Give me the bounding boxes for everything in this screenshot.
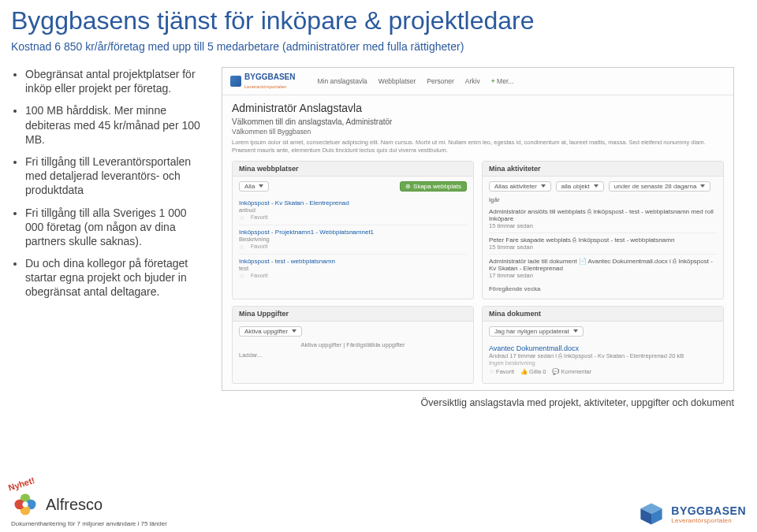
loading-text: Laddar...: [239, 352, 467, 359]
welcome-heading: Välkommen till din anslagstavla, Adminis…: [232, 117, 724, 126]
doc-action[interactable]: Favorit: [496, 368, 514, 375]
site-link[interactable]: Inköpspost - Projektnamn1 - Webbplatsnam…: [239, 229, 467, 236]
panel-uppgifter: Mina Uppgifter Aktiva uppgifter Aktiva u…: [232, 306, 474, 384]
welcome-subtitle: Välkommen till Byggbasen: [232, 128, 724, 136]
favorite-label[interactable]: Favorit: [251, 244, 267, 251]
chevron-down-icon: [541, 184, 546, 188]
comment-icon[interactable]: 💬: [552, 368, 559, 375]
plus-icon: +: [491, 77, 495, 85]
brand-logo: BYGGBASEN Leverantörsportalen: [230, 73, 295, 90]
site-item[interactable]: Inköpspost - test - webbplatsnamn test ☆…: [239, 255, 467, 283]
panel-title: Mina webbplatser: [233, 162, 473, 177]
alfresco-badge: Nyhet! Alfresco Dokumenthantering för 7 …: [11, 482, 167, 527]
feature-item: Fri tillgång till alla Sveriges 1 000 00…: [25, 206, 204, 249]
panel-webbplatser: Mina webbplatser Alla ⊕Skapa webbplats I…: [232, 161, 474, 299]
feature-item: Du och dina kollegor på företaget starta…: [25, 256, 204, 299]
cube-icon: [230, 76, 241, 87]
activity-filter[interactable]: under de senaste 28 dagarna: [609, 181, 711, 192]
activity-text: Peter Fare skapade webplats ⎙ Inköpspost…: [489, 236, 717, 244]
nav-link[interactable]: Arkiv: [465, 77, 480, 85]
panel-dokument: Mina dokument Jag har nyligen uppdaterat…: [482, 306, 724, 384]
chevron-down-icon: [292, 329, 296, 333]
alfresco-name: Alfresco: [46, 496, 103, 514]
activity-text: Administratör anslöts till webbplats ⎙ I…: [489, 208, 717, 222]
dashboard-title: Administratör Anslagstavla: [232, 102, 724, 114]
activity-item: Administratör lade till dokument 📄 Avant…: [489, 255, 717, 282]
screenshot-header: BYGGBASEN Leverantörsportalen Min anslag…: [222, 68, 733, 95]
activity-time: 15 timmar sedan: [489, 244, 717, 251]
favorite-label[interactable]: Favorit: [251, 273, 267, 280]
plus-icon: ⊕: [405, 183, 411, 190]
time-group: Igår: [489, 196, 717, 203]
feature-list: Obegränsat antal projektplatser för inkö…: [11, 67, 204, 408]
bb-name: BYGGBASEN: [671, 504, 746, 517]
create-site-button[interactable]: ⊕Skapa webbplats: [400, 181, 467, 192]
panel-aktiviteter: Mina aktiviteter Allas aktiviteter alla …: [482, 161, 724, 299]
favorite-label[interactable]: Favorit: [251, 214, 267, 221]
chevron-down-icon: [700, 184, 705, 188]
site-link[interactable]: Inköpspost - test - webbplatsnamn: [239, 258, 467, 265]
doc-action[interactable]: Gilla 0: [529, 368, 546, 375]
feature-item: 100 MB hårddisk. Mer minne debiteras med…: [25, 103, 204, 147]
activity-text: Administratör lade till dokument 📄 Avant…: [489, 258, 717, 272]
alfresco-tagline: Dokumenthantering för 7 miljoner använda…: [11, 520, 167, 527]
screenshot-caption: Översiktlig anslagstavla med projekt, ak…: [222, 397, 734, 408]
panel-title: Mina aktiviteter: [483, 162, 723, 177]
nav-link-more[interactable]: + Mer...: [491, 77, 514, 85]
time-group: Föregående vecka: [489, 285, 717, 292]
site-item[interactable]: Inköpspost - Projektnamn1 - Webbplatsnam…: [239, 225, 467, 255]
activity-item: Administratör anslöts till webbplats ⎙ I…: [489, 205, 717, 233]
nav-link[interactable]: Min anslagstavla: [317, 77, 367, 85]
activity-time: 17 timmar sedan: [489, 272, 717, 279]
activity-time: 15 timmar sedan: [489, 222, 717, 229]
site-desc: test: [239, 265, 467, 272]
star-icon[interactable]: ☆: [239, 273, 244, 280]
page-subtitle: Kostnad 6 850 kr/år/företag med upp till…: [11, 40, 746, 53]
welcome-body: Lorem ipsum dolor sit amet, consectetuer…: [232, 139, 724, 154]
nav-link[interactable]: Webbplatser: [378, 77, 416, 85]
nav-link[interactable]: Personer: [427, 77, 454, 85]
activity-filter[interactable]: Allas aktiviteter: [489, 181, 551, 192]
task-tab[interactable]: Aktiva uppgifter: [300, 341, 341, 348]
star-icon[interactable]: ☆: [239, 244, 244, 251]
doc-meta: Ändrad 17 timmar sedan i ⎙ Inköpspost - …: [489, 352, 717, 359]
activity-filter[interactable]: alla objekt: [556, 181, 604, 192]
doc-item[interactable]: Avantec Dokumentmall.docx Ändrad 17 timm…: [489, 341, 717, 378]
site-item[interactable]: Inköpspost - Kv Skatan - Elentreprenad a…: [239, 196, 467, 225]
brand-name: BYGGBASEN: [244, 73, 295, 81]
feature-item: Obegränsat antal projektplatser för inkö…: [25, 67, 204, 95]
doc-action[interactable]: Kommentar: [561, 368, 591, 375]
svg-point-4: [22, 501, 28, 507]
byggbasen-logo: BYGGBASEN Leverantörsportalen: [638, 500, 746, 527]
screenshot-panel: BYGGBASEN Leverantörsportalen Min anslag…: [222, 67, 734, 391]
chevron-down-icon: [594, 184, 599, 188]
chevron-down-icon: [573, 329, 578, 333]
panel-title: Mina Uppgifter: [233, 307, 473, 322]
top-nav: Min anslagstavla Webbplatser Personer Ar…: [317, 77, 513, 85]
doc-desc: Ingen beskrivning: [489, 359, 717, 366]
panel-title: Mina dokument: [483, 307, 723, 322]
page-title: Byggbasens tjänst för inköpare & projekt…: [11, 6, 746, 35]
doc-link[interactable]: Avantec Dokumentmall.docx: [489, 344, 717, 352]
bb-tagline: Leverantörsportalen: [671, 517, 746, 524]
star-icon[interactable]: ☆: [239, 214, 244, 221]
site-desc: Beskrivning: [239, 236, 467, 243]
tasks-filter[interactable]: Aktiva uppgifter: [239, 326, 302, 337]
brand-tagline: Leverantörsportalen: [244, 84, 286, 89]
site-desc: anbud: [239, 206, 467, 214]
pinwheel-icon: [11, 490, 39, 519]
task-tab[interactable]: Färdigställda uppgifter: [346, 341, 405, 348]
docs-filter[interactable]: Jag har nyligen uppdaterat: [489, 326, 584, 337]
like-icon[interactable]: 👍: [520, 368, 528, 375]
chevron-down-icon: [259, 184, 263, 188]
site-link[interactable]: Inköpspost - Kv Skatan - Elentreprenad: [239, 199, 467, 206]
star-icon[interactable]: ☆: [489, 368, 494, 375]
filter-dropdown[interactable]: Alla: [239, 181, 269, 192]
cube-icon: [638, 500, 665, 527]
activity-item: Peter Fare skapade webplats ⎙ Inköpspost…: [489, 233, 717, 255]
feature-item: Fri tillgång till Leverantörsportalen me…: [25, 154, 204, 198]
